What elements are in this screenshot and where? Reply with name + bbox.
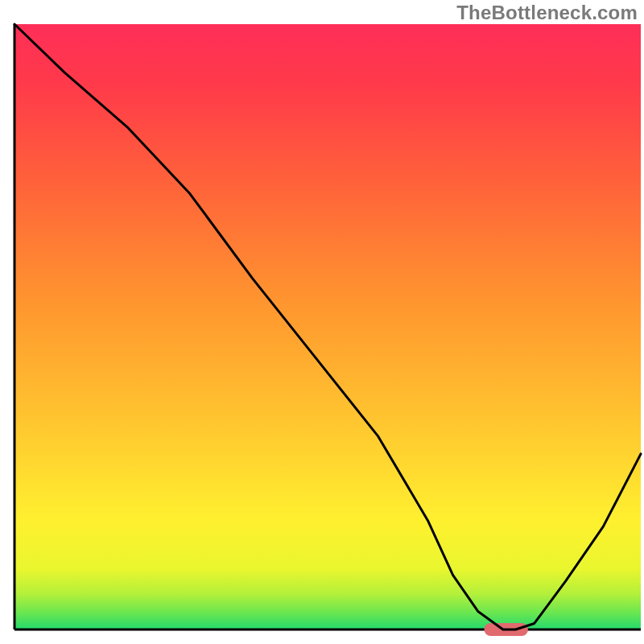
plot-background (14, 24, 641, 630)
watermark-text: TheBottleneck.com (456, 2, 638, 24)
chart-container: TheBottleneck.com (0, 0, 644, 644)
chart-svg (0, 0, 644, 644)
